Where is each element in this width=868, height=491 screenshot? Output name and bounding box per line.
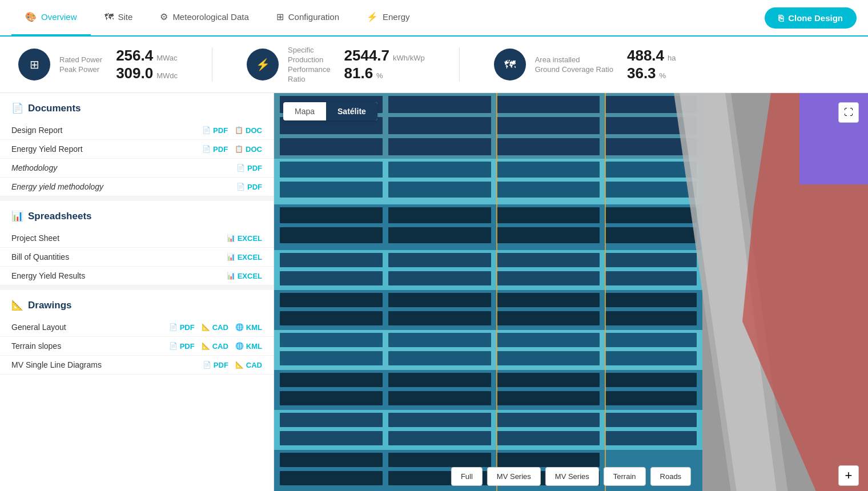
svg-rect-18	[605, 162, 697, 178]
tab-site[interactable]: 🗺 Site	[91, 0, 147, 36]
svg-rect-26	[497, 207, 600, 223]
general-layout-kml-label: KML	[246, 323, 262, 332]
mv-single-line-pdf[interactable]: 📄 PDF	[203, 361, 228, 369]
map-ctrl-mv-series-1[interactable]: MV Series	[487, 467, 541, 486]
area-labels: Area installed Ground Coverage Ratio	[535, 55, 613, 74]
svg-rect-70	[388, 413, 491, 427]
svg-rect-51	[280, 333, 383, 347]
doc-row-project-sheet: Project Sheet 📊 EXCEL	[0, 229, 274, 248]
perf-ratio-value: 81.6	[344, 65, 373, 82]
drawings-section-title: 📐 Drawings	[0, 290, 274, 318]
bill-quantities-links: 📊 EXCEL	[227, 253, 262, 261]
spreadsheets-title-text: Spreadsheets	[28, 211, 92, 222]
svg-rect-34	[388, 253, 491, 267]
energy-yield-doc[interactable]: 📋 DOC	[235, 145, 262, 154]
kml-icon-1: 🌐	[235, 323, 244, 331]
rated-power-label: Rated Power	[59, 55, 102, 64]
project-sheet-name: Project Sheet	[11, 234, 227, 243]
map-toggle-mapa[interactable]: Mapa	[283, 102, 326, 120]
svg-rect-80	[497, 453, 600, 467]
peak-power-unit: MWdc	[156, 71, 178, 80]
svg-rect-55	[280, 351, 383, 365]
energy-yield-name: Energy Yield Report	[11, 144, 202, 154]
tab-meteorological[interactable]: ⚙ Meteorological Data	[146, 0, 262, 36]
ratio-label: Ratio	[288, 75, 330, 83]
perf-ratio-label: Performance	[288, 65, 330, 74]
svg-rect-10	[280, 138, 383, 155]
specific-prod-value: 2544.7	[344, 47, 390, 64]
rated-power-unit: MWac	[156, 54, 177, 62]
svg-rect-8	[497, 117, 600, 134]
terrain-slopes-cad-label: CAD	[212, 342, 228, 351]
map-zoom-plus-button[interactable]: +	[838, 465, 859, 486]
energy-yield-results-excel[interactable]: 📊 EXCEL	[227, 272, 262, 280]
doc-row-energy-yield-results: Energy Yield Results 📊 EXCEL	[0, 267, 274, 285]
gcr-label: Ground Coverage Ratio	[535, 65, 613, 74]
terrain-slopes-cad[interactable]: 📐 CAD	[202, 342, 228, 351]
svg-rect-71	[497, 413, 600, 427]
svg-rect-17	[497, 162, 600, 178]
peak-power-label: Peak Power	[59, 65, 102, 74]
map-ctrl-full[interactable]: Full	[451, 467, 483, 486]
svg-rect-56	[388, 351, 491, 365]
general-layout-cad[interactable]: 📐 CAD	[202, 323, 228, 332]
pdf-icon-2: 📄	[202, 145, 211, 153]
cad-icon-2: 📐	[202, 342, 210, 350]
doc-row-energy-yield: Energy Yield Report 📄 PDF 📋 DOC	[0, 140, 274, 159]
design-report-pdf[interactable]: 📄 PDF	[202, 126, 228, 135]
svg-rect-64	[280, 391, 383, 405]
svg-rect-47	[388, 311, 491, 325]
mv-single-line-pdf-label: PDF	[214, 361, 228, 369]
pdf-icon-4: 📄	[236, 183, 245, 191]
svg-rect-29	[388, 227, 491, 243]
pdf-icon-6: 📄	[169, 342, 178, 350]
bill-quantities-name: Bill of Quantities	[11, 252, 227, 261]
bill-quantities-excel[interactable]: 📊 EXCEL	[227, 253, 262, 261]
pdf-icon-3: 📄	[236, 164, 245, 172]
spreadsheets-section-title: 📊 Spreadsheets	[0, 201, 274, 229]
area-value: 488.4	[627, 47, 664, 64]
energy-yield-pdf[interactable]: 📄 PDF	[202, 145, 228, 154]
documents-section-title: 📄 Documents	[0, 93, 274, 121]
nav-tabs: 🎨 Overview 🗺 Site ⚙ Meteorological Data …	[11, 0, 424, 36]
terrain-slopes-kml[interactable]: 🌐 KML	[235, 342, 262, 351]
svg-rect-48	[497, 311, 600, 325]
design-report-doc[interactable]: 📋 DOC	[235, 126, 262, 135]
methodology-pdf[interactable]: 📄 PDF	[236, 164, 262, 172]
energy-methodology-pdf[interactable]: 📄 PDF	[236, 183, 262, 191]
clone-design-button[interactable]: ⎘ Clone Design	[765, 7, 857, 29]
svg-rect-37	[280, 271, 383, 285]
svg-rect-46	[280, 311, 383, 325]
site-icon: 🗺	[105, 12, 114, 22]
energy-methodology-name: Energy yield methodology	[11, 182, 236, 191]
bill-quantities-excel-label: EXCEL	[238, 253, 262, 261]
design-report-doc-label: DOC	[246, 126, 262, 135]
svg-rect-43	[388, 293, 491, 307]
tab-energy-label: Energy	[383, 12, 410, 22]
terrain-slopes-pdf[interactable]: 📄 PDF	[169, 342, 195, 351]
project-sheet-excel[interactable]: 📊 EXCEL	[227, 234, 262, 243]
general-layout-links: 📄 PDF 📐 CAD 🌐 KML	[169, 323, 262, 332]
tab-overview[interactable]: 🎨 Overview	[11, 0, 91, 36]
map-bottom-controls: Full MV Series MV Series Terrain Roads	[451, 467, 691, 486]
map-ctrl-terrain[interactable]: Terrain	[604, 467, 646, 486]
main-content: 📄 Documents Design Report 📄 PDF 📋 DOC En…	[0, 93, 868, 491]
terrain-slopes-links: 📄 PDF 📐 CAD 🌐 KML	[169, 342, 262, 351]
general-layout-kml[interactable]: 🌐 KML	[235, 323, 262, 332]
documents-icon: 📄	[11, 102, 23, 114]
map-fullscreen-button[interactable]: ⛶	[838, 102, 859, 123]
kml-icon-2: 🌐	[235, 342, 244, 350]
energy-yield-doc-label: DOC	[246, 145, 262, 154]
documents-title-text: Documents	[28, 103, 81, 114]
tab-energy[interactable]: ⚡ Energy	[353, 0, 424, 36]
map-ctrl-roads[interactable]: Roads	[650, 467, 692, 486]
map-ctrl-mv-series-2[interactable]: MV Series	[545, 467, 599, 486]
svg-rect-22	[605, 182, 697, 198]
excel-icon-1: 📊	[227, 234, 235, 242]
general-layout-pdf[interactable]: 📄 PDF	[169, 323, 195, 332]
svg-rect-67	[605, 391, 697, 405]
map-toggle-satelite[interactable]: Satélite	[326, 102, 377, 120]
mv-single-line-cad[interactable]: 📐 CAD	[235, 361, 262, 369]
stat-group-area: 🗺 Area installed Ground Coverage Ratio 4…	[494, 47, 676, 81]
tab-configuration[interactable]: ⊞ Configuration	[263, 0, 353, 36]
